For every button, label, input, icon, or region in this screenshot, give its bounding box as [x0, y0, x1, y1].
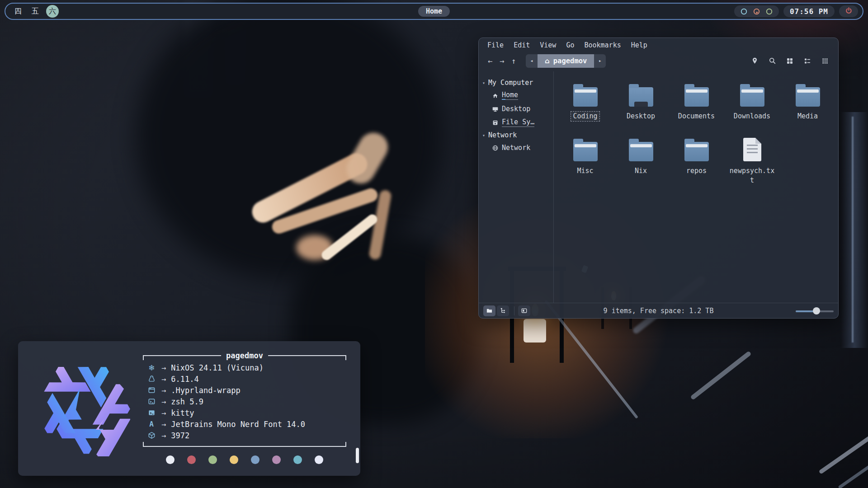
- file-item[interactable]: newpsych.txt: [724, 134, 780, 186]
- fetch-rows: ❄→NixOS 24.11 (Vicuna)→6.11.4→.Hyprland-…: [143, 358, 346, 444]
- filesystem-icon: [491, 119, 499, 126]
- globe-icon: [491, 144, 499, 151]
- icon-view-button[interactable]: [785, 56, 795, 66]
- fetch-value: zsh 5.9: [171, 397, 203, 406]
- file-item[interactable]: Documents: [669, 80, 724, 122]
- sidebar-section-label: Network: [488, 131, 517, 139]
- workspace-pill[interactable]: 四: [12, 5, 24, 18]
- file-manager-window[interactable]: FileEditViewGoBookmarksHelp ← → ↑ ◂ ⌂ pa…: [478, 38, 839, 319]
- fetch-box-bottom: [143, 444, 346, 449]
- fetch-row: →6.11.4: [146, 373, 346, 385]
- sidebar-item-filesy[interactable]: File Sy…: [479, 116, 553, 129]
- home-icon: ⌂: [545, 57, 550, 65]
- file-label: newpsych.txt: [727, 166, 777, 186]
- status-bar: 9 items, Free space: 1.2 TB: [479, 303, 838, 318]
- back-button[interactable]: ←: [484, 55, 496, 67]
- fetch-row: →zsh 5.9: [146, 396, 346, 407]
- fetch-row: ❄→NixOS 24.11 (Vicuna): [146, 362, 346, 373]
- green-ring-icon[interactable]: [765, 8, 773, 15]
- file-item[interactable]: Media: [780, 80, 835, 122]
- teal-ring-icon[interactable]: [740, 8, 748, 15]
- workspace-pill[interactable]: 六: [46, 5, 59, 18]
- fetch-row: →.Hyprland-wrapp: [146, 385, 346, 396]
- file-item[interactable]: Misc: [557, 134, 613, 186]
- file-item[interactable]: Coding: [557, 80, 613, 122]
- menu-item-edit[interactable]: Edit: [509, 41, 535, 49]
- zoom-slider[interactable]: [796, 307, 834, 314]
- list-view-button[interactable]: [802, 56, 812, 66]
- terminal-window[interactable]: pagedmov ❄→NixOS 24.11 (Vicuna)→6.11.4→.…: [18, 341, 360, 476]
- palette-dot: [230, 455, 238, 464]
- file-label: Desktop: [624, 111, 657, 122]
- power-button[interactable]: [839, 5, 858, 17]
- arrow-icon: →: [161, 386, 166, 395]
- collapse-triangle-icon: ▾: [482, 133, 485, 138]
- menu-item-bookmarks[interactable]: Bookmarks: [579, 41, 626, 49]
- path-prev-button[interactable]: ◂: [526, 54, 538, 68]
- desktop-icon: [491, 105, 499, 113]
- text-file-icon: [743, 134, 761, 164]
- up-button[interactable]: ↑: [508, 55, 519, 67]
- menu-item-go[interactable]: Go: [561, 41, 579, 49]
- terminal-color-palette: [143, 455, 346, 464]
- sidebar-item-home[interactable]: Home: [479, 89, 553, 102]
- sidebar-item-label: File Sy…: [502, 118, 534, 127]
- folder-icon: [684, 134, 709, 164]
- path-tab[interactable]: ⌂ pagedmov: [538, 54, 594, 68]
- top-bar: 四五六 Home 07:56 PM: [5, 3, 863, 20]
- nixos-logo: [34, 361, 130, 456]
- palette-dot: [293, 455, 302, 464]
- folder-icon: [740, 80, 764, 109]
- file-item[interactable]: repos: [669, 134, 724, 186]
- slider-knob[interactable]: [813, 307, 820, 314]
- penguin-icon: [146, 375, 157, 383]
- menu-item-help[interactable]: Help: [626, 41, 652, 49]
- sidebar: ▾My ComputerHomeDesktopFile Sy…▾NetworkN…: [479, 71, 554, 303]
- collapse-triangle-icon: ▾: [482, 80, 485, 85]
- terminal-scrollbar[interactable]: [356, 448, 359, 463]
- file-item[interactable]: Nix: [613, 134, 669, 186]
- search-button[interactable]: [767, 56, 777, 66]
- fetch-value: JetBrains Mono Nerd Font 14.0: [171, 420, 305, 429]
- file-label: Coding: [571, 111, 599, 122]
- arrow-icon: →: [161, 375, 166, 384]
- folder-icon: [796, 80, 820, 109]
- fetch-value: kitty: [171, 408, 194, 418]
- home-icon: [491, 92, 499, 99]
- fetch-title: pagedmov: [221, 351, 268, 360]
- nix-snowflake-icon: ❄: [146, 363, 157, 372]
- compact-view-button[interactable]: [820, 56, 830, 66]
- path-next-button[interactable]: ▸: [594, 54, 606, 68]
- palette-dot: [166, 455, 175, 464]
- menu-item-file[interactable]: File: [482, 41, 509, 49]
- toolbar: ← → ↑ ◂ ⌂ pagedmov ▸: [479, 50, 838, 71]
- view-buttons: [750, 56, 830, 66]
- fetch-row: →kitty: [146, 407, 346, 418]
- sidebar-item-label: Home: [502, 91, 518, 100]
- file-item[interactable]: Desktop: [613, 80, 669, 122]
- palette-dot: [272, 455, 281, 464]
- folder-icon: [573, 80, 598, 109]
- menu-bar: FileEditViewGoBookmarksHelp: [479, 38, 838, 50]
- palette-dot: [208, 455, 217, 464]
- workspace-switcher: 四五六: [12, 5, 59, 18]
- workspace-pill[interactable]: 五: [29, 5, 42, 18]
- sidebar-item-desktop[interactable]: Desktop: [479, 102, 553, 116]
- clock[interactable]: 07:56 PM: [783, 5, 835, 17]
- arrow-icon: →: [161, 363, 166, 372]
- file-item[interactable]: Downloads: [724, 80, 780, 122]
- location-pin-button[interactable]: [750, 56, 760, 66]
- menu-item-view[interactable]: View: [535, 41, 561, 49]
- path-bar: ◂ ⌂ pagedmov ▸: [526, 54, 606, 68]
- sidebar-item-network[interactable]: Network: [479, 141, 553, 155]
- arrow-icon: →: [161, 420, 166, 429]
- terminal-filled-icon: [146, 409, 157, 417]
- orange-record-icon[interactable]: [753, 8, 760, 15]
- sidebar-section-header[interactable]: ▾My Computer: [479, 77, 553, 89]
- forward-button[interactable]: →: [496, 55, 508, 67]
- font-icon: A: [146, 420, 157, 428]
- file-grid: CodingDesktopDocumentsDownloadsMediaMisc…: [554, 71, 838, 303]
- sidebar-section-header[interactable]: ▾Network: [479, 129, 553, 141]
- topbar-right-cluster: 07:56 PM: [734, 5, 858, 17]
- file-label: Documents: [676, 111, 717, 122]
